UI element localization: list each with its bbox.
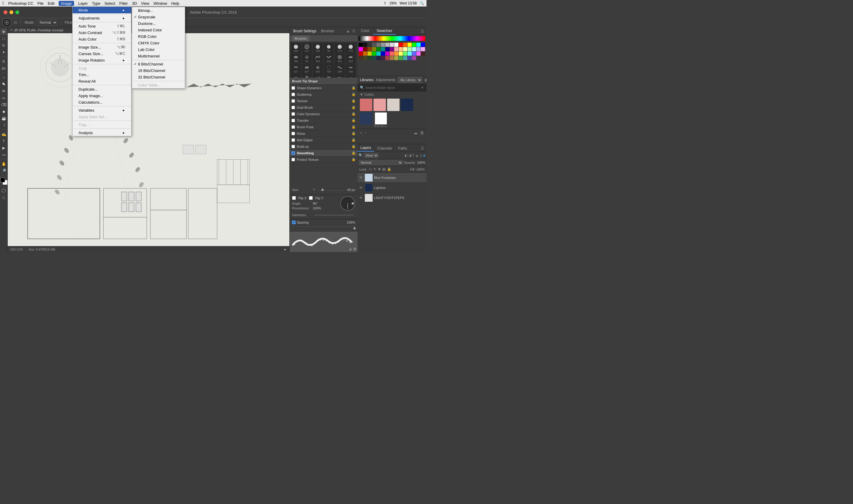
- dual-brush-lock[interactable]: 🔒: [352, 105, 356, 109]
- swatch-41[interactable]: [408, 52, 412, 56]
- swatch-35[interactable]: [381, 52, 385, 56]
- lasso-tool[interactable]: ↻: [1, 42, 7, 49]
- brush-preset-302[interactable]: 302: [313, 74, 323, 77]
- menu-item-image-size[interactable]: Image Size... ⌥⌘I: [73, 44, 131, 50]
- menu-item-trim[interactable]: Trim...: [73, 71, 131, 78]
- transfer-lock[interactable]: 🔒: [352, 119, 356, 122]
- lib-color-item-6[interactable]: Tema de c...: [373, 112, 388, 128]
- swatch-34[interactable]: [376, 52, 380, 56]
- brush-preset-768[interactable]: 768: [324, 64, 334, 74]
- colors-expand-icon[interactable]: ▼: [360, 93, 363, 96]
- menubar-3d[interactable]: 3D: [132, 1, 137, 6]
- filter-type-icon[interactable]: T: [412, 154, 414, 158]
- color-dynamics-row[interactable]: Color Dynamics 🔒: [290, 111, 357, 117]
- crop-tool[interactable]: ⎘: [1, 58, 7, 65]
- brush-preset-293[interactable]: 293: [345, 54, 356, 64]
- eyedropper-tool[interactable]: 🗁: [1, 65, 7, 71]
- noise-row[interactable]: Noise 🔒: [290, 130, 357, 137]
- swatch-38[interactable]: [394, 52, 398, 56]
- lib-color-item-5[interactable]: [360, 112, 372, 128]
- filter-select[interactable]: Kind: [364, 153, 378, 158]
- delete-library-icon[interactable]: 🗑: [420, 130, 424, 135]
- search-icon[interactable]: 🔍: [420, 1, 424, 5]
- brush-pose-checkbox[interactable]: [291, 125, 295, 129]
- swatch-37[interactable]: [390, 52, 394, 56]
- menu-item-auto-tone[interactable]: Auto Tone ⇧⌘L: [73, 23, 131, 29]
- swatch-46[interactable]: [363, 56, 367, 60]
- swatch-52[interactable]: [390, 56, 394, 60]
- swatch-45[interactable]: [359, 56, 363, 60]
- menu-item-multichannel[interactable]: Multichannel: [132, 53, 185, 59]
- spacing-slider-container[interactable]: [292, 227, 355, 230]
- swatch-56[interactable]: [408, 56, 412, 60]
- menubar-type[interactable]: Type: [92, 1, 100, 6]
- reset-size-icon[interactable]: ↻: [313, 188, 316, 192]
- menubar-help[interactable]: Help: [171, 1, 179, 6]
- menu-item-apply-image[interactable]: Apply Image...: [73, 92, 131, 99]
- hardness-slider[interactable]: [315, 215, 353, 216]
- hand-tool[interactable]: ✋: [1, 161, 7, 167]
- smoothing-checkbox[interactable]: [291, 151, 295, 155]
- swatch-1[interactable]: [363, 43, 367, 47]
- menubar-view[interactable]: View: [141, 1, 149, 6]
- lock-artboard-icon[interactable]: ▤: [383, 167, 385, 171]
- swatch-49[interactable]: [376, 56, 380, 60]
- swatch-15[interactable]: [359, 47, 363, 51]
- scattering-lock[interactable]: 🔒: [352, 92, 356, 96]
- brushes-tab[interactable]: Brushes: [320, 29, 335, 33]
- menubar-file[interactable]: File: [37, 1, 43, 6]
- swatch-32[interactable]: [368, 52, 372, 56]
- swatch-2[interactable]: [368, 43, 372, 47]
- menu-item-apply-data-set[interactable]: Apply Data Set...: [73, 113, 131, 120]
- menu-item-image-rotation[interactable]: Image Rotation ►: [73, 57, 131, 64]
- lib-color-item-4[interactable]: [401, 98, 413, 111]
- menu-item-grayscale[interactable]: ✓ Grayscale: [132, 14, 185, 20]
- filter-adjustment-icon[interactable]: ◑: [408, 154, 411, 158]
- swatch-0[interactable]: [359, 43, 363, 47]
- smoothing-row[interactable]: Smoothing 🔒: [290, 150, 357, 156]
- close-doc-icon[interactable]: ✕: [10, 28, 13, 32]
- lock-transparent-icon[interactable]: ▭: [369, 167, 372, 171]
- brush-preset-16[interactable]: 16: [345, 74, 356, 77]
- brush-preview-icon[interactable]: [2, 18, 11, 27]
- menu-item-auto-contrast[interactable]: Auto Contrast ⌥⇧⌘B: [73, 29, 131, 36]
- swatch-51[interactable]: [385, 56, 390, 60]
- swatches-tab[interactable]: Swatches: [373, 28, 396, 35]
- lib-swatch-beige[interactable]: [387, 98, 399, 111]
- brush-tip-shape-header[interactable]: Brush Tip Shape: [290, 77, 357, 85]
- noise-checkbox[interactable]: [291, 132, 295, 135]
- brush-preset-306[interactable]: 306: [291, 54, 301, 64]
- swatch-17[interactable]: [368, 47, 372, 51]
- lib-swatch-white[interactable]: [375, 112, 387, 125]
- brush-settings-tab[interactable]: Brush Settings: [292, 29, 318, 33]
- brush-preset-291a[interactable]: 291: [291, 74, 301, 77]
- swatch-9[interactable]: [399, 43, 403, 47]
- brush-preset-284[interactable]: 284: [313, 43, 323, 53]
- swatch-29[interactable]: [421, 47, 425, 51]
- menu-item-duotone[interactable]: Duotone...: [132, 20, 185, 26]
- add-to-library-icon[interactable]: +: [360, 130, 362, 135]
- layers-tab[interactable]: Layers: [357, 144, 374, 151]
- protect-texture-lock[interactable]: 🔒: [352, 158, 356, 161]
- swatch-40[interactable]: [403, 52, 407, 56]
- channels-tab[interactable]: Channels: [374, 145, 395, 151]
- menu-item-bitmap[interactable]: Bitmap...: [132, 7, 185, 14]
- menubar-window[interactable]: Window: [154, 1, 167, 6]
- lib-swatch-navy[interactable]: [360, 112, 372, 125]
- swatch-19[interactable]: [376, 47, 380, 51]
- swatch-47[interactable]: [368, 56, 372, 60]
- swatch-30[interactable]: [359, 52, 363, 56]
- menu-item-cmyk-color[interactable]: CMYK Color: [132, 40, 185, 46]
- foreground-color[interactable]: [0, 178, 5, 182]
- protect-texture-row[interactable]: Protect Texture 🔒: [290, 156, 357, 163]
- color-dynamics-checkbox[interactable]: [291, 112, 295, 116]
- import-icon[interactable]: ↑: [365, 130, 367, 135]
- swatch-55[interactable]: [403, 56, 407, 60]
- swatch-48[interactable]: [372, 56, 376, 60]
- menu-item-16bit[interactable]: 16 Bits/Channel: [132, 67, 185, 74]
- lib-swatch-dark-blue[interactable]: [401, 98, 413, 111]
- swatch-26[interactable]: [408, 47, 412, 51]
- swatch-5[interactable]: [381, 43, 385, 47]
- scattering-checkbox[interactable]: [291, 93, 295, 96]
- preview-settings-icon[interactable]: ▣: [353, 247, 356, 251]
